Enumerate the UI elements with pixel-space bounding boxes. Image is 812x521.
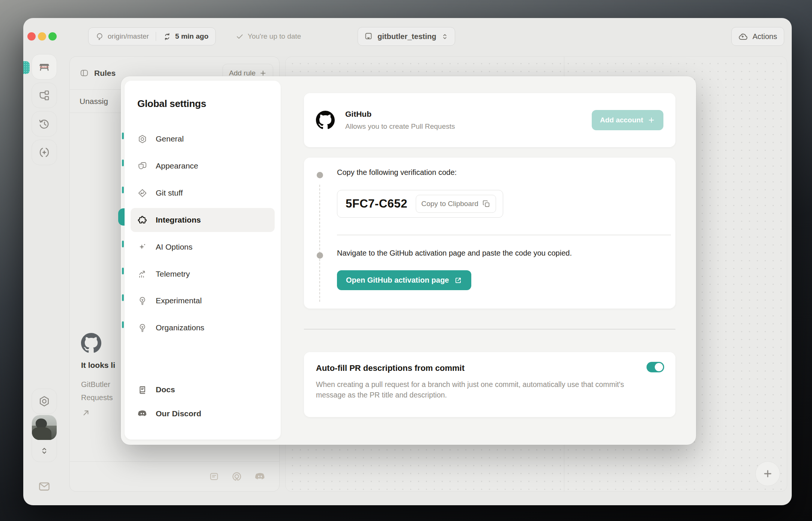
uptodate-status: You're up to date	[236, 27, 301, 45]
unassigned-title: Unassig	[80, 97, 108, 106]
avatar	[32, 415, 57, 440]
remote-status-button[interactable]: origin/master 5 min ago	[88, 27, 216, 45]
copy-icon	[482, 200, 490, 208]
traffic-light-zoom[interactable]	[48, 32, 57, 41]
assistant-sparkle-icon	[38, 146, 51, 159]
notes-icon[interactable]	[209, 471, 219, 482]
open-source-icon[interactable]	[231, 471, 242, 482]
nav-label: Docs	[156, 385, 175, 394]
rail-assistant-button[interactable]	[32, 140, 57, 165]
verification-code: 5FC7-C652	[346, 197, 408, 211]
uptodate-label: You're up to date	[248, 32, 301, 41]
rail-history-button[interactable]	[32, 111, 57, 137]
nav-label: Experimental	[156, 296, 202, 305]
auth-step1-text: Copy the following verification code:	[337, 168, 457, 177]
actions-label: Actions	[752, 32, 777, 41]
autofill-title: Auto-fill PR descriptions from commit	[316, 363, 663, 373]
discord-icon[interactable]	[254, 471, 266, 482]
gear-icon	[38, 395, 51, 408]
lightbulb-icon	[137, 296, 147, 306]
project-name-label: gitbutler_testing	[377, 32, 436, 41]
section-tick	[122, 160, 124, 166]
global-settings-modal: Global settings General Appearance	[121, 76, 696, 445]
app-window: origin/master 5 min ago You're up to dat…	[23, 18, 792, 505]
plus-icon	[259, 69, 267, 77]
copy-to-clipboard-button[interactable]: Copy to Clipboard	[416, 195, 496, 213]
step-dot	[317, 172, 323, 178]
add-lane-button[interactable]	[755, 461, 780, 486]
repo-icon	[364, 32, 373, 41]
actions-button[interactable]: Actions	[731, 27, 784, 46]
nav-item-telemetry[interactable]: Telemetry	[131, 262, 275, 286]
rail-settings-button[interactable]	[32, 388, 57, 414]
feedback-mail-button[interactable]	[35, 477, 54, 496]
nav-label: General	[156, 134, 184, 143]
rules-title: Rules	[94, 69, 116, 78]
gear-icon	[137, 134, 147, 144]
rules-icon	[80, 68, 89, 78]
copy-label: Copy to Clipboard	[421, 200, 478, 208]
github-card-title: GitHub	[345, 110, 455, 119]
sync-icon	[163, 32, 171, 41]
fetched-time-label: 5 min ago	[175, 32, 209, 41]
remote-branch-icon	[95, 32, 104, 41]
nav-item-git-stuff[interactable]: Git stuff	[131, 181, 275, 205]
puzzle-icon	[137, 215, 147, 225]
history-icon	[38, 117, 51, 130]
nav-item-organizations[interactable]: Organizations	[131, 316, 275, 340]
ai-sparkle-icon	[137, 242, 147, 252]
chart-icon	[137, 269, 147, 279]
user-menu[interactable]	[32, 415, 57, 462]
traffic-light-minimize[interactable]	[38, 32, 46, 41]
toggle-knob	[655, 363, 663, 371]
section-tick	[122, 187, 124, 193]
actions-cloud-sparkle-icon	[738, 32, 749, 42]
nav-item-general[interactable]: General	[131, 127, 275, 151]
workbench-icon	[38, 60, 51, 74]
autofill-toggle[interactable]	[647, 362, 664, 372]
nav-item-discord[interactable]: Our Discord	[131, 403, 275, 425]
mail-icon	[38, 480, 51, 493]
autofill-description: When creating a pull request for a branc…	[316, 379, 635, 401]
github-octocat-icon	[316, 111, 335, 129]
verification-code-box: 5FC7-C652 Copy to Clipboard	[337, 190, 503, 218]
add-account-button[interactable]: Add account	[592, 110, 663, 130]
nav-item-docs[interactable]: Docs	[131, 379, 275, 401]
auth-step2-text: Navigate to the GitHub activation page a…	[337, 249, 572, 257]
book-icon	[137, 385, 147, 395]
rail-branches-button[interactable]	[32, 83, 57, 108]
drawer-handle[interactable]	[23, 61, 30, 74]
nav-item-integrations[interactable]: Integrations	[131, 208, 275, 232]
git-diamond-icon	[137, 188, 147, 198]
nav-item-ai-options[interactable]: AI Options	[131, 235, 275, 259]
nav-label: Our Discord	[156, 409, 201, 418]
open-github-activation-button[interactable]: Open GitHub activation page	[337, 270, 471, 290]
settings-title: Global settings	[137, 98, 206, 110]
lightbulb-icon	[137, 323, 147, 333]
settings-nav: Global settings General Appearance	[125, 81, 281, 440]
nav-item-experimental[interactable]: Experimental	[131, 289, 275, 313]
nav-label: Git stuff	[156, 188, 183, 197]
panel-footer	[70, 461, 279, 491]
divider	[156, 32, 156, 41]
traffic-light-close[interactable]	[27, 32, 36, 41]
rail-workspace-button[interactable]	[32, 54, 57, 80]
nav-label: Appearance	[156, 161, 198, 170]
github-card-subtitle: Allows you to create Pull Requests	[345, 122, 455, 131]
step-dot	[317, 252, 323, 259]
section-tick	[122, 294, 124, 301]
github-auth-card: Copy the following verification code: 5F…	[304, 158, 675, 309]
branches-icon	[38, 89, 51, 102]
external-link-icon	[454, 276, 462, 285]
section-tick	[122, 321, 124, 328]
select-chevrons-icon	[441, 33, 449, 41]
remote-branch-label: origin/master	[108, 32, 149, 41]
nav-item-appearance[interactable]: Appearance	[131, 154, 275, 178]
select-chevrons-icon	[32, 440, 57, 462]
section-tick	[122, 241, 124, 247]
add-account-label: Add account	[600, 116, 643, 124]
project-selector[interactable]: gitbutler_testing	[358, 27, 455, 46]
nav-label: AI Options	[156, 242, 192, 251]
github-integration-card: GitHub Allows you to create Pull Request…	[304, 93, 675, 147]
section-tick	[122, 133, 124, 139]
